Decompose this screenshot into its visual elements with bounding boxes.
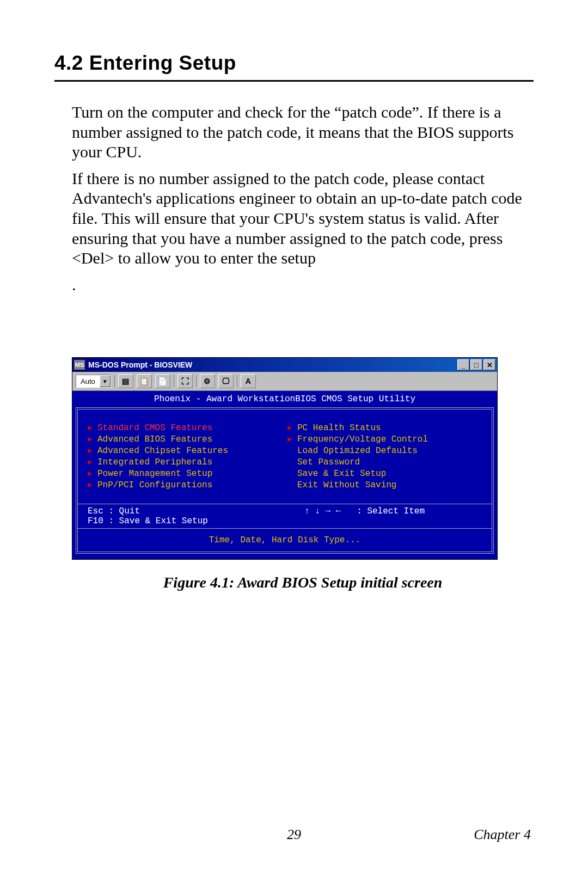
menu-arrow-icon: ► [88,446,97,455]
paragraph-2: If there is no number assigned to the pa… [72,169,534,268]
help-left: Esc : Quit F10 : Save & Exit Setup [88,506,304,526]
bios-menu-columns: ►Standard CMOS Features ►Advanced BIOS F… [88,421,482,492]
dropdown-value: Auto [76,377,100,386]
title-buttons: _ □ ✕ [457,359,497,370]
menu-arrow-icon: ► [287,435,297,444]
chevron-down-icon: ▼ [100,375,111,387]
close-button[interactable]: ✕ [483,359,495,370]
bios-left-column: ►Standard CMOS Features ►Advanced BIOS F… [88,421,282,492]
mark-icon[interactable]: ▤ [118,374,133,388]
window-titlebar: MS MS-DOS Prompt - BIOSVIEW _ □ ✕ [72,358,497,372]
menu-label: Standard CMOS Features [97,423,212,433]
menu-advanced-chipset[interactable]: ►Advanced Chipset Features [88,446,282,456]
document-page: 4.2 Entering Setup Turn on the computer … [0,0,588,881]
page-footer: 29 Chapter 4 [0,827,588,843]
menu-label: PnP/PCI Configurations [97,480,212,490]
menu-integrated-peripherals[interactable]: ►Integrated Peripherals [88,457,282,467]
bios-frame: ►Standard CMOS Features ►Advanced BIOS F… [76,407,494,554]
toolbar-separator [114,375,115,387]
menu-label: Power Management Setup [97,469,212,479]
menu-exit-no-save[interactable]: ►Exit Without Saving [287,480,482,490]
toolbar-separator-4 [237,375,237,387]
bios-right-column: ►PC Health Status ►Frequency/Voltage Con… [287,421,482,492]
paragraph-3: . [72,275,534,295]
menu-arrow-icon: ► [88,469,97,478]
menu-frequency-voltage[interactable]: ►Frequency/Voltage Control [287,435,482,444]
menu-standard-cmos[interactable]: ►Standard CMOS Features [88,423,282,433]
minimize-button[interactable]: _ [457,359,469,370]
menu-pnp-pci[interactable]: ►PnP/PCI Configurations [88,480,282,490]
help-right: ↑ ↓ → ← : Select Item [304,506,482,526]
figure-caption: Figure 4.1: Award BIOS Setup initial scr… [72,574,534,591]
bios-separator-2 [78,528,492,529]
figure-area: MS MS-DOS Prompt - BIOSVIEW _ □ ✕ Auto ▼… [72,357,534,591]
toolbar: Auto ▼ ▤ 📋 📄 ⛶ ⚙ 🖵 A [72,372,497,391]
menu-arrow-icon: ► [88,481,97,490]
msdos-icon: MS [74,360,85,370]
menu-advanced-bios[interactable]: ►Advanced BIOS Features [88,435,282,444]
font-button[interactable]: A [241,374,256,388]
paste-icon[interactable]: 📄 [155,374,170,388]
toolbar-separator-2 [174,375,174,387]
menu-arrow-icon: ► [88,435,97,444]
copy-icon[interactable]: 📋 [137,374,152,388]
menu-arrow-icon: ► [88,424,97,432]
window-title: MS-DOS Prompt - BIOSVIEW [88,360,192,369]
background-icon[interactable]: 🖵 [218,374,234,388]
chapter-label: Chapter 4 [474,827,531,843]
dos-window: MS MS-DOS Prompt - BIOSVIEW _ □ ✕ Auto ▼… [72,357,498,560]
bios-help-row: Esc : Quit F10 : Save & Exit Setup ↑ ↓ →… [88,506,482,526]
bios-screen: Phoenix - Award WorkstationBIOS CMOS Set… [72,391,497,559]
menu-power-management[interactable]: ►Power Management Setup [88,469,282,479]
bios-separator [78,504,492,504]
bios-header: Phoenix - Award WorkstationBIOS CMOS Set… [76,393,494,407]
menu-load-defaults[interactable]: ►Load Optimized Defaults [287,446,482,456]
menu-label: Frequency/Voltage Control [297,435,428,444]
toolbar-separator-3 [196,375,197,387]
menu-label: PC Health Status [297,423,381,433]
menu-save-exit[interactable]: ►Save & Exit Setup [287,469,482,479]
properties-icon[interactable]: ⚙ [200,374,215,388]
menu-label: Load Optimized Defaults [297,446,418,456]
maximize-button[interactable]: □ [470,359,482,370]
menu-pc-health[interactable]: ►PC Health Status [287,423,482,433]
menu-arrow-icon: ► [88,458,97,467]
body-text: Turn on the computer and check for the “… [72,102,534,295]
menu-label: Advanced BIOS Features [97,435,212,444]
font-size-dropdown[interactable]: Auto ▼ [76,375,111,388]
bios-description: Time, Date, Hard Disk Type... [88,535,482,545]
menu-label: Advanced Chipset Features [97,446,228,456]
fullscreen-icon[interactable]: ⛶ [177,374,193,388]
menu-label: Exit Without Saving [297,480,396,490]
menu-arrow-icon: ► [287,424,297,432]
menu-set-password[interactable]: ►Set Password [287,457,482,467]
menu-label: Integrated Peripherals [97,457,212,467]
paragraph-1: Turn on the computer and check for the “… [72,102,534,162]
section-heading: 4.2 Entering Setup [54,52,534,82]
menu-label: Set Password [297,457,360,467]
menu-label: Save & Exit Setup [297,469,386,479]
